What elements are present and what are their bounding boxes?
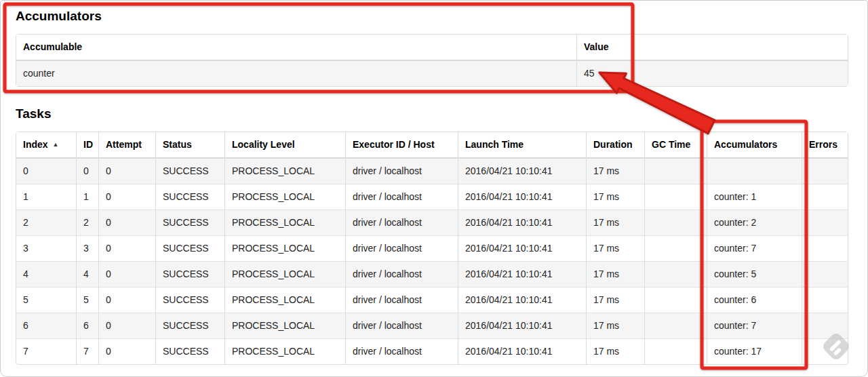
column-header-label: Status xyxy=(163,139,192,150)
task-cell-id: 7 xyxy=(76,338,98,364)
task-cell-attempt: 0 xyxy=(98,159,155,184)
column-header-gc-time[interactable]: GC Time xyxy=(644,132,707,159)
column-header-label: GC Time xyxy=(652,139,690,150)
task-cell-status: SUCCESS xyxy=(155,184,224,210)
task-cell-executor-id-host: driver / localhost xyxy=(345,287,458,313)
accumulable-cell-value: 45 xyxy=(576,61,848,86)
column-header-label: Errors xyxy=(809,139,837,150)
column-header-accumulable[interactable]: Accumulable xyxy=(16,35,576,61)
task-cell-locality-level: PROCESS_LOCAL xyxy=(224,210,345,235)
column-header-accumulators[interactable]: Accumulators xyxy=(707,132,802,159)
tasks-heading: Tasks xyxy=(16,106,847,121)
task-cell-errors xyxy=(802,210,848,235)
accumulable-cell-accumulable: counter xyxy=(16,61,576,86)
task-cell-duration: 17 ms xyxy=(586,313,644,338)
column-header-label: Duration xyxy=(593,139,633,150)
task-cell-status: SUCCESS xyxy=(155,287,224,313)
task-cell-attempt: 0 xyxy=(98,261,155,287)
task-cell-index: 0 xyxy=(16,159,76,184)
accumulable-row: counter45 xyxy=(16,61,848,86)
task-cell-status: SUCCESS xyxy=(155,210,224,235)
task-cell-errors xyxy=(802,235,848,261)
task-row: 660SUCCESSPROCESS_LOCALdriver / localhos… xyxy=(16,313,848,338)
task-cell-id: 5 xyxy=(76,287,98,313)
task-cell-attempt: 0 xyxy=(98,210,155,235)
task-row: 000SUCCESSPROCESS_LOCALdriver / localhos… xyxy=(16,159,848,184)
column-header-label: Executor ID / Host xyxy=(353,139,435,150)
task-cell-attempt: 0 xyxy=(98,235,155,261)
task-row: 110SUCCESSPROCESS_LOCALdriver / localhos… xyxy=(16,184,848,210)
task-cell-launch-time: 2016/04/21 10:10:41 xyxy=(458,261,586,287)
column-header-id[interactable]: ID xyxy=(76,132,98,159)
task-cell-gc-time xyxy=(644,159,707,184)
task-cell-accumulators: counter: 7 xyxy=(707,313,802,338)
task-cell-id: 2 xyxy=(76,210,98,235)
task-cell-accumulators: counter: 17 xyxy=(707,338,802,364)
task-cell-accumulators xyxy=(707,159,802,184)
task-cell-accumulators: counter: 5 xyxy=(707,261,802,287)
task-cell-locality-level: PROCESS_LOCAL xyxy=(224,287,345,313)
task-row: 330SUCCESSPROCESS_LOCALdriver / localhos… xyxy=(16,235,848,261)
task-cell-executor-id-host: driver / localhost xyxy=(345,313,458,338)
task-cell-index: 6 xyxy=(16,313,76,338)
task-cell-duration: 17 ms xyxy=(586,338,644,364)
task-cell-accumulators: counter: 2 xyxy=(707,210,802,235)
column-header-label: Locality Level xyxy=(232,139,295,150)
column-header-status[interactable]: Status xyxy=(155,132,224,159)
spark-stage-detail-page: Accumulators AccumulableValue counter45 … xyxy=(0,0,868,377)
task-cell-accumulators: counter: 7 xyxy=(707,235,802,261)
task-cell-launch-time: 2016/04/21 10:10:41 xyxy=(458,287,586,313)
task-cell-id: 0 xyxy=(76,159,98,184)
column-header-executor-id-host[interactable]: Executor ID / Host xyxy=(345,132,458,159)
task-cell-index: 7 xyxy=(16,338,76,364)
task-cell-executor-id-host: driver / localhost xyxy=(345,159,458,184)
column-header-duration[interactable]: Duration xyxy=(586,132,644,159)
watermark-icon xyxy=(820,330,852,363)
task-cell-launch-time: 2016/04/21 10:10:41 xyxy=(458,210,586,235)
task-row: 220SUCCESSPROCESS_LOCALdriver / localhos… xyxy=(16,210,848,235)
column-header-label: Attempt xyxy=(106,139,142,150)
column-header-label: Launch Time xyxy=(465,139,524,150)
task-row: 550SUCCESSPROCESS_LOCALdriver / localhos… xyxy=(16,287,848,313)
task-cell-locality-level: PROCESS_LOCAL xyxy=(224,261,345,287)
task-cell-attempt: 0 xyxy=(98,287,155,313)
task-row: 440SUCCESSPROCESS_LOCALdriver / localhos… xyxy=(16,261,848,287)
task-cell-executor-id-host: driver / localhost xyxy=(345,338,458,364)
task-cell-duration: 17 ms xyxy=(586,210,644,235)
task-cell-duration: 17 ms xyxy=(586,287,644,313)
task-cell-status: SUCCESS xyxy=(155,261,224,287)
task-cell-duration: 17 ms xyxy=(586,159,644,184)
tasks-table: Index▲IDAttemptStatusLocality LevelExecu… xyxy=(16,132,848,365)
task-cell-locality-level: PROCESS_LOCAL xyxy=(224,159,345,184)
task-cell-gc-time xyxy=(644,235,707,261)
task-cell-status: SUCCESS xyxy=(155,235,224,261)
task-cell-id: 3 xyxy=(76,235,98,261)
task-cell-gc-time xyxy=(644,261,707,287)
column-header-errors[interactable]: Errors xyxy=(802,132,848,159)
task-cell-errors xyxy=(802,287,848,313)
task-cell-status: SUCCESS xyxy=(155,338,224,364)
task-cell-gc-time xyxy=(644,287,707,313)
task-cell-executor-id-host: driver / localhost xyxy=(345,235,458,261)
task-cell-locality-level: PROCESS_LOCAL xyxy=(224,235,345,261)
accumulators-heading: Accumulators xyxy=(16,9,847,24)
task-cell-id: 1 xyxy=(76,184,98,210)
task-cell-id: 4 xyxy=(76,261,98,287)
task-cell-index: 5 xyxy=(16,287,76,313)
task-cell-gc-time xyxy=(644,210,707,235)
task-cell-duration: 17 ms xyxy=(586,261,644,287)
column-header-value[interactable]: Value xyxy=(576,35,848,61)
task-row: 770SUCCESSPROCESS_LOCALdriver / localhos… xyxy=(16,338,848,364)
task-cell-duration: 17 ms xyxy=(586,235,644,261)
accumulators-header-row: AccumulableValue xyxy=(16,35,848,61)
column-header-attempt[interactable]: Attempt xyxy=(98,132,155,159)
column-header-locality-level[interactable]: Locality Level xyxy=(224,132,345,159)
task-cell-launch-time: 2016/04/21 10:10:41 xyxy=(458,338,586,364)
tasks-header-row: Index▲IDAttemptStatusLocality LevelExecu… xyxy=(16,132,848,159)
task-cell-errors xyxy=(802,261,848,287)
task-cell-id: 6 xyxy=(76,313,98,338)
task-cell-status: SUCCESS xyxy=(155,159,224,184)
task-cell-executor-id-host: driver / localhost xyxy=(345,261,458,287)
column-header-launch-time[interactable]: Launch Time xyxy=(458,132,586,159)
column-header-index[interactable]: Index▲ xyxy=(16,132,76,159)
